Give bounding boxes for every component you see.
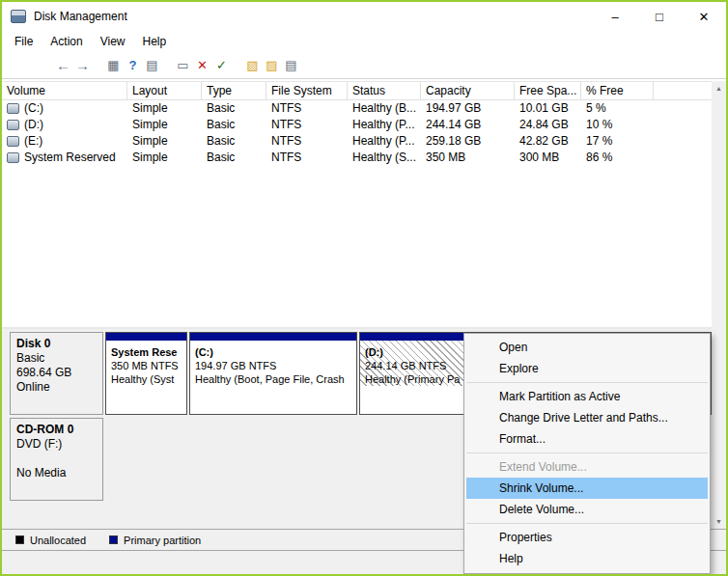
column-header-pct-free[interactable]: % Free (581, 82, 654, 100)
volume-label: System Reserved (24, 150, 116, 166)
volume-row-system-reserved[interactable]: System Reserved Simple Basic NTFS Health… (2, 150, 714, 166)
file-system-cell: NTFS (266, 117, 348, 133)
vertical-scrollbar[interactable]: ▲ ▼ (712, 81, 726, 529)
context-menu-item-open[interactable]: Open (466, 337, 708, 358)
drive-icon (7, 120, 19, 130)
toolbar: ← → ▦ ? ▤ ▭ ✕ ✓ ▧ ▨ ▤ (2, 52, 726, 79)
volume-cell: System Reserved (2, 150, 127, 166)
volume-label: (C:) (24, 100, 43, 117)
status-cell: Healthy (B... (348, 100, 421, 117)
volume-label: (D:) (24, 117, 43, 133)
disk0-label[interactable]: Disk 0 Basic 698.64 GB Online (10, 332, 103, 415)
minimize-button[interactable]: – (593, 2, 637, 31)
cdrom-label[interactable]: CD-ROM 0 DVD (F:) No Media (10, 418, 103, 501)
disk-name: Disk 0 (16, 337, 97, 351)
forward-icon[interactable]: → (73, 56, 92, 75)
legend-label: Unallocated (30, 535, 86, 546)
volume-list: Volume Layout Type File System Status Ca… (2, 81, 714, 327)
volume-row-d[interactable]: (D:) Simple Basic NTFS Healthy (P... 244… (2, 117, 714, 133)
type-cell: Basic (202, 133, 266, 150)
context-menu-item-explore[interactable]: Explore (466, 358, 708, 379)
free-space-cell: 42.82 GB (515, 133, 581, 150)
context-menu-item-help[interactable]: Help (466, 548, 708, 569)
partition-color-bar (106, 333, 186, 341)
disk-name: CD-ROM 0 (16, 423, 97, 437)
layout-cell: Simple (127, 133, 202, 150)
folder-icon[interactable]: ▧ (243, 56, 262, 75)
context-menu: Open Explore Mark Partition as Active Ch… (463, 333, 711, 574)
layout-cell: Simple (127, 100, 202, 117)
maximize-button[interactable]: □ (637, 2, 682, 31)
delete-icon[interactable]: ✕ (193, 56, 211, 75)
context-menu-separator (466, 382, 708, 383)
partition-size: 350 MB NTFS (111, 359, 182, 372)
partition-status: Healthy (Boot, Page File, Crash (195, 372, 352, 386)
context-menu-item-shrink-volume[interactable]: Shrink Volume... (466, 478, 708, 499)
unallocated-swatch-icon (15, 535, 24, 544)
title-bar[interactable]: Disk Management – □ ✕ (2, 2, 726, 31)
context-menu-item-delete-volume[interactable]: Delete Volume... (466, 499, 708, 520)
drive-icon (7, 103, 19, 114)
context-menu-item-format[interactable]: Format... (466, 428, 708, 450)
drive-icon (7, 152, 19, 163)
type-cell: Basic (202, 117, 266, 133)
console-tree-icon[interactable]: ▦ (104, 56, 123, 75)
column-header-layout[interactable]: Layout (127, 82, 202, 100)
context-menu-item-change-drive-letter[interactable]: Change Drive Letter and Paths... (466, 407, 708, 428)
help-icon[interactable]: ? (124, 56, 142, 75)
column-header-free-space[interactable]: Free Spa... (515, 82, 581, 100)
context-menu-item-mark-partition-as-active[interactable]: Mark Partition as Active (466, 386, 708, 407)
menu-item-action[interactable]: Action (42, 31, 91, 52)
partition-status: Healthy (Syst (111, 372, 182, 386)
capacity-cell: 259.18 GB (421, 133, 515, 150)
primary-partition-swatch-icon (109, 535, 118, 544)
free-space-cell: 24.84 GB (515, 117, 581, 133)
drive-icon (7, 136, 19, 147)
pct-free-cell: 86 % (581, 150, 654, 166)
status-cell: Healthy (S... (348, 150, 421, 166)
type-cell: Basic (202, 100, 266, 117)
partition-system-reserved[interactable]: System Rese 350 MB NTFS Healthy (Syst (105, 332, 187, 415)
capacity-cell: 350 MB (421, 150, 515, 166)
list-view-icon[interactable]: ▤ (282, 56, 300, 75)
capacity-cell: 244.14 GB (421, 117, 515, 133)
context-menu-item-extend-volume: Extend Volume... (466, 456, 708, 478)
volume-row-e[interactable]: (E:) Simple Basic NTFS Healthy (P... 259… (2, 133, 714, 150)
partition-c[interactable]: (C:) 194.97 GB NTFS Healthy (Boot, Page … (189, 332, 357, 415)
layout-cell: Simple (127, 150, 202, 166)
window-title: Disk Management (34, 10, 127, 23)
type-cell: Basic (202, 150, 266, 166)
context-menu-separator (466, 523, 708, 524)
back-icon[interactable]: ← (54, 56, 72, 75)
column-header-file-system[interactable]: File System (266, 82, 348, 100)
volume-label: (E:) (24, 133, 42, 150)
free-space-cell: 300 MB (515, 150, 581, 166)
scroll-down-arrow-icon[interactable]: ▼ (712, 514, 726, 529)
pct-free-cell: 5 % (581, 100, 654, 117)
layout-cell: Simple (127, 117, 202, 133)
column-header-type[interactable]: Type (202, 82, 266, 100)
scroll-up-arrow-icon[interactable]: ▲ (712, 81, 726, 96)
volume-row-c[interactable]: (C:) Simple Basic NTFS Healthy (B... 194… (2, 100, 714, 117)
dialog-icon[interactable]: ▭ (174, 56, 192, 75)
file-system-cell: NTFS (266, 100, 348, 117)
action-pane-icon[interactable]: ▤ (143, 56, 161, 75)
file-system-cell: NTFS (266, 150, 348, 166)
close-button[interactable]: ✕ (682, 2, 726, 31)
pct-free-cell: 17 % (581, 133, 654, 150)
column-header-volume[interactable]: Volume (2, 82, 127, 100)
properties-icon[interactable]: ✓ (212, 56, 231, 75)
legend-item-primary-partition: Primary partition (109, 535, 201, 546)
find-icon[interactable]: ▨ (263, 56, 281, 75)
menu-item-file[interactable]: File (6, 31, 42, 52)
menu-bar: File Action View Help (2, 31, 726, 52)
volume-cell: (E:) (2, 133, 127, 150)
volume-cell: (C:) (2, 100, 127, 117)
column-header-capacity[interactable]: Capacity (421, 82, 515, 100)
menu-item-view[interactable]: View (92, 31, 134, 52)
app-icon[interactable] (11, 10, 26, 23)
column-header-status[interactable]: Status (348, 82, 421, 100)
disk-status: Online (16, 380, 97, 395)
menu-item-help[interactable]: Help (134, 31, 176, 52)
context-menu-item-properties[interactable]: Properties (466, 527, 708, 548)
